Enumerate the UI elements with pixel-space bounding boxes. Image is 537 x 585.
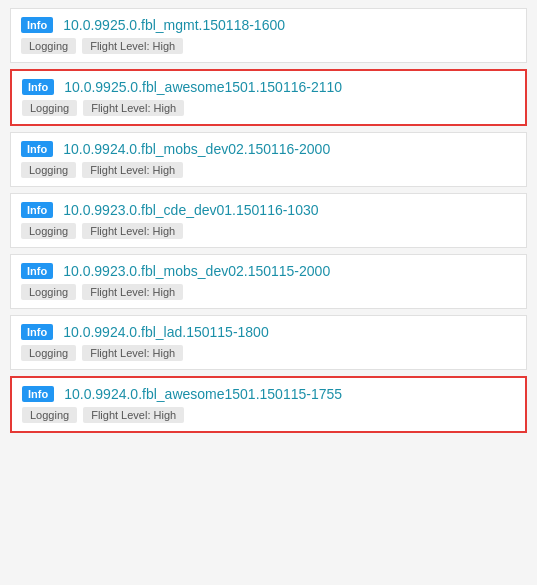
tag-label: Logging bbox=[22, 100, 77, 116]
log-item-4[interactable]: Info10.0.9923.0.fbl_cde_dev01.150116-103… bbox=[10, 193, 527, 248]
tag-label: Flight Level: High bbox=[82, 345, 183, 361]
info-badge: Info bbox=[21, 141, 53, 157]
log-title: 10.0.9924.0.fbl_mobs_dev02.150116-2000 bbox=[63, 141, 330, 157]
tag-label: Logging bbox=[21, 345, 76, 361]
log-tags: LoggingFlight Level: High bbox=[21, 38, 516, 54]
tag-label: Flight Level: High bbox=[82, 223, 183, 239]
log-list: Info10.0.9925.0.fbl_mgmt.150118-1600Logg… bbox=[0, 0, 537, 447]
info-badge: Info bbox=[21, 202, 53, 218]
log-title: 10.0.9923.0.fbl_mobs_dev02.150115-2000 bbox=[63, 263, 330, 279]
tag-label: Flight Level: High bbox=[82, 162, 183, 178]
log-item-5[interactable]: Info10.0.9923.0.fbl_mobs_dev02.150115-20… bbox=[10, 254, 527, 309]
log-title: 10.0.9923.0.fbl_cde_dev01.150116-1030 bbox=[63, 202, 318, 218]
tag-label: Flight Level: High bbox=[83, 100, 184, 116]
tag-label: Logging bbox=[21, 223, 76, 239]
log-title: 10.0.9924.0.fbl_lad.150115-1800 bbox=[63, 324, 269, 340]
log-title: 10.0.9924.0.fbl_awesome1501.150115-1755 bbox=[64, 386, 342, 402]
log-tags: LoggingFlight Level: High bbox=[21, 284, 516, 300]
tag-label: Flight Level: High bbox=[82, 284, 183, 300]
tag-label: Flight Level: High bbox=[83, 407, 184, 423]
info-badge: Info bbox=[22, 386, 54, 402]
tag-label: Logging bbox=[21, 38, 76, 54]
log-title: 10.0.9925.0.fbl_mgmt.150118-1600 bbox=[63, 17, 285, 33]
log-item-3[interactable]: Info10.0.9924.0.fbl_mobs_dev02.150116-20… bbox=[10, 132, 527, 187]
log-item-2[interactable]: Info10.0.9925.0.fbl_awesome1501.150116-2… bbox=[10, 69, 527, 126]
log-item-1[interactable]: Info10.0.9925.0.fbl_mgmt.150118-1600Logg… bbox=[10, 8, 527, 63]
log-tags: LoggingFlight Level: High bbox=[21, 223, 516, 239]
log-title: 10.0.9925.0.fbl_awesome1501.150116-2110 bbox=[64, 79, 342, 95]
tag-label: Flight Level: High bbox=[82, 38, 183, 54]
log-tags: LoggingFlight Level: High bbox=[21, 162, 516, 178]
tag-label: Logging bbox=[22, 407, 77, 423]
log-tags: LoggingFlight Level: High bbox=[22, 100, 515, 116]
log-tags: LoggingFlight Level: High bbox=[22, 407, 515, 423]
info-badge: Info bbox=[21, 263, 53, 279]
info-badge: Info bbox=[21, 324, 53, 340]
tag-label: Logging bbox=[21, 284, 76, 300]
info-badge: Info bbox=[22, 79, 54, 95]
log-item-6[interactable]: Info10.0.9924.0.fbl_lad.150115-1800Loggi… bbox=[10, 315, 527, 370]
log-item-7[interactable]: Info10.0.9924.0.fbl_awesome1501.150115-1… bbox=[10, 376, 527, 433]
tag-label: Logging bbox=[21, 162, 76, 178]
info-badge: Info bbox=[21, 17, 53, 33]
log-tags: LoggingFlight Level: High bbox=[21, 345, 516, 361]
